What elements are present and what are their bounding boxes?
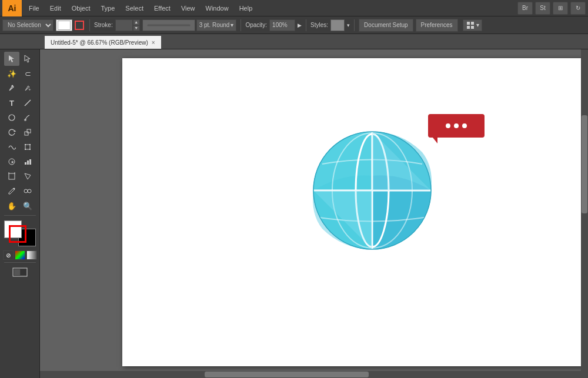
tool-row-1: [4, 52, 35, 66]
none-color-icon[interactable]: ⊘: [3, 250, 14, 260]
svg-rect-24: [29, 159, 31, 165]
svg-marker-6: [25, 55, 30, 62]
opacity-label: Opacity:: [245, 22, 267, 28]
fill-color[interactable]: [56, 19, 72, 31]
svg-rect-4: [471, 26, 474, 29]
menu-bar: Ai File Edit Object Type Select Effect V…: [0, 0, 588, 16]
stroke-width-input[interactable]: [115, 19, 133, 31]
warp-tool[interactable]: [4, 140, 19, 154]
stroke-up[interactable]: ▲: [133, 19, 140, 25]
horizontal-scrollbar[interactable]: [40, 371, 588, 378]
styles-box[interactable]: [330, 19, 345, 31]
main: ✨ ⊂ + T: [0, 49, 588, 378]
svg-rect-25: [9, 173, 15, 179]
divider2: [4, 262, 36, 263]
bubble-dot-1: [446, 123, 450, 128]
type-tool[interactable]: T: [4, 96, 19, 110]
divider1: [4, 215, 36, 216]
sep1: [89, 19, 90, 31]
vertical-scrollbar[interactable]: [581, 49, 588, 378]
stock-icon[interactable]: St: [535, 2, 550, 15]
bubble-dot-3: [462, 123, 467, 128]
stroke-style-dropdown[interactable]: 3 pt. Round ▾: [196, 19, 237, 31]
sync-icon[interactable]: ↻: [570, 2, 586, 15]
menu-items: File Edit Object Type Select Effect View…: [24, 4, 517, 13]
document-setup-button[interactable]: Document Setup: [359, 19, 413, 32]
bubble-tail: [433, 138, 437, 143]
svg-point-7: [12, 85, 14, 87]
toolbar: No Selection Stroke: ▲ ▼ 3 pt. Round ▾ O…: [0, 16, 588, 34]
menu-file[interactable]: File: [24, 4, 44, 13]
stroke-color[interactable]: [74, 19, 85, 31]
svg-rect-19: [29, 149, 31, 150]
svg-rect-1: [467, 22, 470, 25]
free-transform-tool[interactable]: [20, 140, 35, 154]
tool-row-6: [4, 125, 35, 139]
add-anchor-tool[interactable]: +: [20, 81, 35, 95]
ellipse-tool[interactable]: [4, 111, 19, 125]
sep4: [354, 19, 355, 31]
grid-icon[interactable]: ⊞: [553, 2, 568, 15]
bubble-dot-2: [454, 123, 459, 128]
menu-edit[interactable]: Edit: [45, 4, 66, 13]
slice-tool[interactable]: [20, 169, 35, 183]
canvas-area[interactable]: [40, 49, 588, 378]
stroke-swatch[interactable]: [9, 225, 26, 243]
menu-window[interactable]: Window: [201, 4, 233, 13]
speech-bubble: [428, 114, 485, 143]
rotate-tool[interactable]: [4, 125, 19, 139]
svg-marker-5: [9, 55, 14, 62]
doc-tab-title: Untitled-5* @ 66.67% (RGB/Preview): [51, 39, 148, 46]
magic-wand-tool[interactable]: ✨: [4, 66, 19, 81]
vertical-scroll-thumb[interactable]: [582, 115, 587, 214]
svg-rect-23: [27, 160, 29, 165]
opacity-arrow[interactable]: ▶: [298, 22, 302, 28]
svg-rect-34: [21, 269, 26, 275]
menu-view[interactable]: View: [176, 4, 200, 13]
tool-row-3: +: [4, 81, 35, 95]
screen-mode-button[interactable]: [12, 265, 28, 279]
brush-tool[interactable]: [20, 111, 35, 125]
zoom-tool[interactable]: 🔍: [20, 199, 35, 213]
menu-type[interactable]: Type: [96, 4, 120, 13]
column-chart-tool[interactable]: [20, 155, 35, 169]
stroke-down[interactable]: ▼: [133, 25, 140, 31]
color-icon[interactable]: [15, 250, 25, 260]
hand-tool[interactable]: ✋: [4, 199, 19, 213]
eyedropper-tool[interactable]: [4, 184, 19, 198]
svg-text:+: +: [28, 87, 31, 92]
svg-rect-22: [25, 162, 26, 165]
lasso-tool[interactable]: ⊂: [20, 66, 35, 81]
blend-tool[interactable]: [20, 184, 35, 198]
selection-tool[interactable]: [4, 52, 19, 66]
tool-row-11: ✋ 🔍: [4, 199, 35, 213]
pen-tool[interactable]: [4, 81, 19, 95]
color-mode-row: ⊘: [3, 250, 37, 260]
doc-tab-close[interactable]: ×: [152, 39, 155, 46]
svg-rect-18: [25, 149, 26, 150]
svg-rect-17: [29, 144, 31, 145]
bubble-body: [428, 114, 485, 138]
horizontal-scroll-thumb[interactable]: [205, 372, 369, 377]
artboard-tool[interactable]: [4, 169, 19, 183]
preferences-button[interactable]: Preferences: [416, 19, 458, 32]
opacity-input[interactable]: [269, 19, 295, 31]
direct-selection-tool[interactable]: [20, 52, 35, 66]
menu-select[interactable]: Select: [121, 4, 148, 13]
stroke-spinner[interactable]: ▲ ▼: [133, 19, 140, 31]
line-tool[interactable]: [20, 96, 35, 110]
selection-dropdown[interactable]: No Selection: [2, 19, 54, 31]
stroke-style-arrow: ▾: [230, 22, 233, 28]
menu-object[interactable]: Object: [67, 4, 95, 13]
svg-line-9: [25, 100, 31, 106]
menu-help[interactable]: Help: [235, 4, 258, 13]
symbol-tool[interactable]: ★: [4, 155, 19, 169]
styles-arrow[interactable]: ▾: [347, 22, 350, 28]
scale-tool[interactable]: [20, 125, 35, 139]
bridge-icon[interactable]: Br: [517, 2, 533, 15]
artboard: [122, 58, 588, 366]
gradient-icon[interactable]: [26, 250, 37, 260]
arrange-dropdown[interactable]: ▾: [463, 19, 482, 31]
document-tab[interactable]: Untitled-5* @ 66.67% (RGB/Preview) ×: [45, 36, 161, 49]
menu-effect[interactable]: Effect: [149, 4, 175, 13]
